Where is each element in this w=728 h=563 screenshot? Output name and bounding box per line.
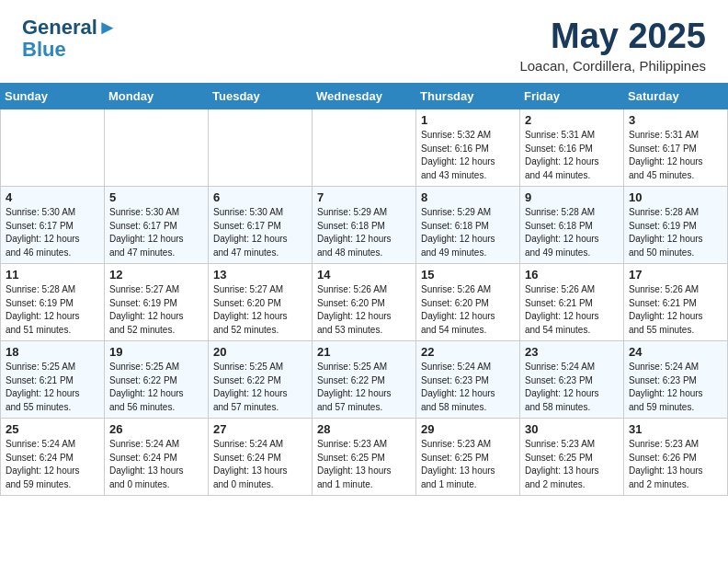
day-number: 6 xyxy=(213,190,307,204)
day-number: 25 xyxy=(6,422,99,436)
day-number: 11 xyxy=(6,268,99,282)
day-number: 22 xyxy=(421,345,515,359)
day-number: 30 xyxy=(525,422,619,436)
cell-content: Sunrise: 5:24 AM Sunset: 6:23 PM Dayligh… xyxy=(525,361,619,414)
col-header-wednesday: Wednesday xyxy=(313,84,416,109)
page-header: General► Blue May 2025 Loacan, Cordiller… xyxy=(0,0,728,83)
cell-content: Sunrise: 5:28 AM Sunset: 6:19 PM Dayligh… xyxy=(629,206,722,259)
calendar-table: SundayMondayTuesdayWednesdayThursdayFrid… xyxy=(0,83,728,496)
table-row: 1Sunrise: 5:32 AM Sunset: 6:16 PM Daylig… xyxy=(416,109,520,187)
day-number: 19 xyxy=(109,345,203,359)
table-row: 23Sunrise: 5:24 AM Sunset: 6:23 PM Dayli… xyxy=(520,341,624,419)
table-row: 22Sunrise: 5:24 AM Sunset: 6:23 PM Dayli… xyxy=(416,341,520,419)
day-number: 16 xyxy=(525,268,619,282)
table-row: 25Sunrise: 5:24 AM Sunset: 6:24 PM Dayli… xyxy=(1,419,105,496)
table-row: 11Sunrise: 5:28 AM Sunset: 6:19 PM Dayli… xyxy=(1,264,105,341)
day-number: 29 xyxy=(421,422,515,436)
title-block: May 2025 Loacan, Cordillera, Philippines xyxy=(519,17,706,74)
table-row: 21Sunrise: 5:25 AM Sunset: 6:22 PM Dayli… xyxy=(313,341,416,419)
cell-content: Sunrise: 5:30 AM Sunset: 6:17 PM Dayligh… xyxy=(213,206,307,259)
day-number: 28 xyxy=(317,422,411,436)
day-number: 8 xyxy=(421,190,515,204)
day-number: 18 xyxy=(6,345,99,359)
table-row: 14Sunrise: 5:26 AM Sunset: 6:20 PM Dayli… xyxy=(313,264,416,341)
cell-content: Sunrise: 5:31 AM Sunset: 6:17 PM Dayligh… xyxy=(629,129,722,182)
cell-content: Sunrise: 5:23 AM Sunset: 6:25 PM Dayligh… xyxy=(525,438,619,491)
cell-content: Sunrise: 5:23 AM Sunset: 6:26 PM Dayligh… xyxy=(629,438,722,491)
cell-content: Sunrise: 5:25 AM Sunset: 6:22 PM Dayligh… xyxy=(213,361,307,414)
cell-content: Sunrise: 5:24 AM Sunset: 6:23 PM Dayligh… xyxy=(421,361,515,414)
table-row: 20Sunrise: 5:25 AM Sunset: 6:22 PM Dayli… xyxy=(209,341,313,419)
col-header-thursday: Thursday xyxy=(416,84,520,109)
cell-content: Sunrise: 5:27 AM Sunset: 6:20 PM Dayligh… xyxy=(213,283,307,337)
cell-content: Sunrise: 5:25 AM Sunset: 6:21 PM Dayligh… xyxy=(6,361,99,414)
cell-content: Sunrise: 5:24 AM Sunset: 6:24 PM Dayligh… xyxy=(6,438,99,491)
cell-content: Sunrise: 5:25 AM Sunset: 6:22 PM Dayligh… xyxy=(317,361,411,414)
day-number: 3 xyxy=(629,113,722,127)
table-row: 18Sunrise: 5:25 AM Sunset: 6:21 PM Dayli… xyxy=(1,341,105,419)
cell-content: Sunrise: 5:31 AM Sunset: 6:16 PM Dayligh… xyxy=(525,129,619,182)
day-number: 12 xyxy=(109,268,203,282)
day-number: 23 xyxy=(525,345,619,359)
cell-content: Sunrise: 5:30 AM Sunset: 6:17 PM Dayligh… xyxy=(109,206,203,259)
cell-content: Sunrise: 5:26 AM Sunset: 6:20 PM Dayligh… xyxy=(317,283,411,337)
day-number: 1 xyxy=(421,113,515,127)
cell-content: Sunrise: 5:29 AM Sunset: 6:18 PM Dayligh… xyxy=(421,206,515,259)
cell-content: Sunrise: 5:23 AM Sunset: 6:25 PM Dayligh… xyxy=(421,438,515,491)
table-row xyxy=(1,109,105,187)
col-header-monday: Monday xyxy=(105,84,209,109)
day-number: 9 xyxy=(525,190,619,204)
day-number: 24 xyxy=(629,345,722,359)
logo-text: General► xyxy=(22,17,118,39)
table-row: 28Sunrise: 5:23 AM Sunset: 6:25 PM Dayli… xyxy=(313,419,416,496)
day-number: 13 xyxy=(213,268,307,282)
table-row: 24Sunrise: 5:24 AM Sunset: 6:23 PM Dayli… xyxy=(624,341,728,419)
table-row: 15Sunrise: 5:26 AM Sunset: 6:20 PM Dayli… xyxy=(416,264,520,341)
cell-content: Sunrise: 5:25 AM Sunset: 6:22 PM Dayligh… xyxy=(109,361,203,414)
table-row: 7Sunrise: 5:29 AM Sunset: 6:18 PM Daylig… xyxy=(313,187,416,264)
table-row: 31Sunrise: 5:23 AM Sunset: 6:26 PM Dayli… xyxy=(624,419,728,496)
table-row: 2Sunrise: 5:31 AM Sunset: 6:16 PM Daylig… xyxy=(520,109,624,187)
day-number: 21 xyxy=(317,345,411,359)
col-header-saturday: Saturday xyxy=(624,84,728,109)
day-number: 2 xyxy=(525,113,619,127)
day-number: 10 xyxy=(629,190,722,204)
cell-content: Sunrise: 5:24 AM Sunset: 6:24 PM Dayligh… xyxy=(213,438,307,491)
table-row xyxy=(209,109,313,187)
cell-content: Sunrise: 5:26 AM Sunset: 6:21 PM Dayligh… xyxy=(629,283,722,337)
table-row: 16Sunrise: 5:26 AM Sunset: 6:21 PM Dayli… xyxy=(520,264,624,341)
cell-content: Sunrise: 5:28 AM Sunset: 6:18 PM Dayligh… xyxy=(525,206,619,259)
table-row xyxy=(105,109,209,187)
month-title: May 2025 xyxy=(519,17,706,56)
logo: General► Blue xyxy=(22,17,118,61)
day-number: 26 xyxy=(109,422,203,436)
table-row: 10Sunrise: 5:28 AM Sunset: 6:19 PM Dayli… xyxy=(624,187,728,264)
table-row: 12Sunrise: 5:27 AM Sunset: 6:19 PM Dayli… xyxy=(105,264,209,341)
table-row: 9Sunrise: 5:28 AM Sunset: 6:18 PM Daylig… xyxy=(520,187,624,264)
table-row: 29Sunrise: 5:23 AM Sunset: 6:25 PM Dayli… xyxy=(416,419,520,496)
day-number: 14 xyxy=(317,268,411,282)
location: Loacan, Cordillera, Philippines xyxy=(519,58,706,74)
day-number: 20 xyxy=(213,345,307,359)
day-number: 5 xyxy=(109,190,203,204)
logo-blue: Blue xyxy=(22,39,118,61)
day-number: 4 xyxy=(6,190,99,204)
table-row: 6Sunrise: 5:30 AM Sunset: 6:17 PM Daylig… xyxy=(209,187,313,264)
cell-content: Sunrise: 5:26 AM Sunset: 6:21 PM Dayligh… xyxy=(525,283,619,337)
col-header-sunday: Sunday xyxy=(1,84,105,109)
table-row: 19Sunrise: 5:25 AM Sunset: 6:22 PM Dayli… xyxy=(105,341,209,419)
table-row: 8Sunrise: 5:29 AM Sunset: 6:18 PM Daylig… xyxy=(416,187,520,264)
day-number: 15 xyxy=(421,268,515,282)
cell-content: Sunrise: 5:30 AM Sunset: 6:17 PM Dayligh… xyxy=(6,206,99,259)
day-number: 7 xyxy=(317,190,411,204)
cell-content: Sunrise: 5:28 AM Sunset: 6:19 PM Dayligh… xyxy=(6,283,99,337)
table-row: 5Sunrise: 5:30 AM Sunset: 6:17 PM Daylig… xyxy=(105,187,209,264)
table-row: 27Sunrise: 5:24 AM Sunset: 6:24 PM Dayli… xyxy=(209,419,313,496)
cell-content: Sunrise: 5:23 AM Sunset: 6:25 PM Dayligh… xyxy=(317,438,411,491)
cell-content: Sunrise: 5:29 AM Sunset: 6:18 PM Dayligh… xyxy=(317,206,411,259)
cell-content: Sunrise: 5:32 AM Sunset: 6:16 PM Dayligh… xyxy=(421,129,515,182)
table-row: 17Sunrise: 5:26 AM Sunset: 6:21 PM Dayli… xyxy=(624,264,728,341)
col-header-tuesday: Tuesday xyxy=(209,84,313,109)
col-header-friday: Friday xyxy=(520,84,624,109)
cell-content: Sunrise: 5:27 AM Sunset: 6:19 PM Dayligh… xyxy=(109,283,203,337)
